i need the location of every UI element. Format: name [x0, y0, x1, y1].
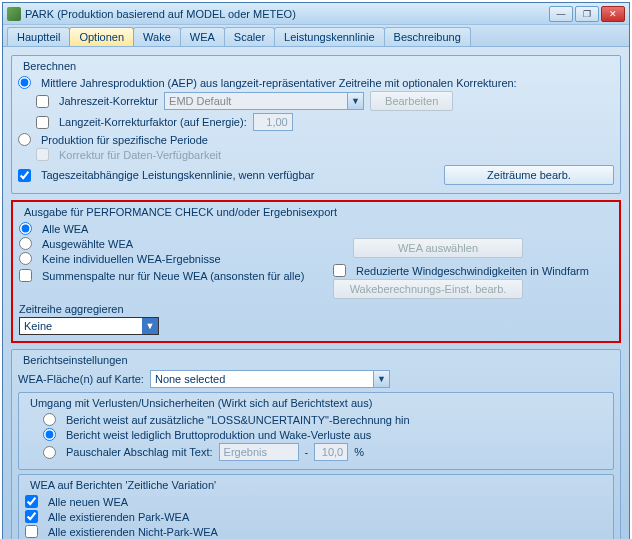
- select-jahreszeit[interactable]: EMD Default ▼: [164, 92, 364, 110]
- legend-berechnen: Berechnen: [20, 60, 79, 72]
- tab-beschreibung[interactable]: Beschreibung: [384, 27, 471, 46]
- button-wea-auswaehlen[interactable]: WEA auswählen: [353, 238, 523, 258]
- minimize-button[interactable]: —: [549, 6, 573, 22]
- group-berichtseinstellungen: Berichtseinstellungen WEA-Fläche(n) auf …: [11, 349, 621, 539]
- label-ausgewaehlte-wea: Ausgewählte WEA: [42, 238, 133, 250]
- label-neue-wea: Alle neuen WEA: [48, 496, 128, 508]
- legend-ausgabe: Ausgabe für PERFORMANCE CHECK und/oder E…: [21, 206, 340, 218]
- app-icon: [7, 7, 21, 21]
- tab-scaler[interactable]: Scaler: [224, 27, 275, 46]
- label-langzeit: Langzeit-Korrekturfaktor (auf Energie):: [59, 116, 247, 128]
- app-window: PARK (Produktion basierend auf MODEL ode…: [2, 2, 630, 539]
- content-area: Berechnen Mittlere Jahresproduktion (AEP…: [3, 47, 629, 539]
- label-alle-wea: Alle WEA: [42, 223, 88, 235]
- label-percent: %: [354, 446, 364, 458]
- tab-optionen[interactable]: Optionen: [69, 27, 134, 46]
- label-loss-uncertainty: Bericht weist auf zusätzliche "LOSS&UNCE…: [66, 414, 410, 426]
- label-brutto-wake: Bericht weist lediglich Bruttoproduktion…: [66, 429, 371, 441]
- label-dash: -: [305, 446, 309, 458]
- check-reduzierte-wind[interactable]: [333, 264, 346, 277]
- close-button[interactable]: ✕: [601, 6, 625, 22]
- radio-aep[interactable]: [18, 76, 31, 89]
- label-jahreszeit: Jahreszeit-Korrektur: [59, 95, 158, 107]
- radio-ausgewaehlte-wea[interactable]: [19, 237, 32, 250]
- label-keine-wea: Keine individuellen WEA-Ergebnisse: [42, 253, 221, 265]
- input-langzeit-faktor[interactable]: 1,00: [253, 113, 293, 131]
- label-spezifische-periode: Produktion für spezifische Periode: [41, 134, 208, 146]
- radio-pauschal[interactable]: [43, 446, 56, 459]
- tab-wea[interactable]: WEA: [180, 27, 225, 46]
- tab-wake[interactable]: Wake: [133, 27, 181, 46]
- tab-leistungskennlinie[interactable]: Leistungskennlinie: [274, 27, 385, 46]
- label-exist-park-wea: Alle existierenden Park-WEA: [48, 511, 189, 523]
- radio-alle-wea[interactable]: [19, 222, 32, 235]
- legend-bericht: Berichtseinstellungen: [20, 354, 131, 366]
- chevron-down-icon: ▼: [347, 93, 363, 109]
- check-langzeit[interactable]: [36, 116, 49, 129]
- check-jahreszeit[interactable]: [36, 95, 49, 108]
- input-pauschal-prozent[interactable]: 10,0: [314, 443, 348, 461]
- input-pauschal-prozent-value: 10,0: [322, 446, 343, 458]
- select-zeitreihe-agg[interactable]: Keine ▼: [19, 317, 159, 335]
- label-reduzierte-wind: Reduzierte Windgeschwindigkeiten in Wind…: [356, 265, 589, 277]
- button-bearbeiten-jahreszeit[interactable]: Bearbeiten: [370, 91, 453, 111]
- legend-verluste: Umgang mit Verlusten/Unsicherheiten (Wir…: [27, 397, 375, 409]
- legend-zeitvar: WEA auf Berichten 'Zeitliche Variation': [27, 479, 219, 491]
- input-langzeit-value: 1,00: [266, 116, 287, 128]
- check-tageszeit-kennlinie[interactable]: [18, 169, 31, 182]
- label-wea-flaeche: WEA-Fläche(n) auf Karte:: [18, 373, 144, 385]
- window-buttons: — ❐ ✕: [549, 6, 625, 22]
- group-zeitliche-variation: WEA auf Berichten 'Zeitliche Variation' …: [18, 474, 614, 539]
- select-jahreszeit-value: EMD Default: [169, 95, 231, 107]
- check-verfuegbarkeit: [36, 148, 49, 161]
- maximize-button[interactable]: ❐: [575, 6, 599, 22]
- label-aep: Mittlere Jahresproduktion (AEP) aus lang…: [41, 77, 517, 89]
- input-pauschal-text-value: Ergebnis: [224, 446, 267, 458]
- radio-spezifische-periode[interactable]: [18, 133, 31, 146]
- titlebar: PARK (Produktion basierend auf MODEL ode…: [3, 3, 629, 25]
- label-verfuegbarkeit: Korrektur für Daten-Verfügbarkeit: [59, 149, 221, 161]
- chevron-down-icon: ▼: [142, 318, 158, 334]
- button-zeitraeume-bearb[interactable]: Zeiträume bearb.: [444, 165, 614, 185]
- check-neue-wea[interactable]: [25, 495, 38, 508]
- label-summenspalte: Summenspalte nur für Neue WEA (ansonsten…: [42, 270, 304, 282]
- group-verluste: Umgang mit Verlusten/Unsicherheiten (Wir…: [18, 392, 614, 470]
- check-exist-park-wea[interactable]: [25, 510, 38, 523]
- group-berechnen: Berechnen Mittlere Jahresproduktion (AEP…: [11, 55, 621, 194]
- check-summenspalte[interactable]: [19, 269, 32, 282]
- select-wea-flaeche-value: None selected: [155, 373, 225, 385]
- tab-bar: Hauptteil Optionen Wake WEA Scaler Leist…: [3, 25, 629, 47]
- chevron-down-icon: ▼: [373, 371, 389, 387]
- group-ausgabe: Ausgabe für PERFORMANCE CHECK und/oder E…: [11, 200, 621, 343]
- label-zeitreihe-agg: Zeitreihe aggregieren: [19, 303, 613, 315]
- button-wake-einst[interactable]: Wakeberechnungs-Einst. bearb.: [333, 279, 523, 299]
- radio-keine-wea[interactable]: [19, 252, 32, 265]
- check-exist-nichtpark-wea[interactable]: [25, 525, 38, 538]
- label-exist-nichtpark-wea: Alle existierenden Nicht-Park-WEA: [48, 526, 218, 538]
- window-title: PARK (Produktion basierend auf MODEL ode…: [25, 8, 549, 20]
- tab-hauptteil[interactable]: Hauptteil: [7, 27, 70, 46]
- radio-brutto-wake[interactable]: [43, 428, 56, 441]
- radio-loss-uncertainty[interactable]: [43, 413, 56, 426]
- input-pauschal-text[interactable]: Ergebnis: [219, 443, 299, 461]
- select-wea-flaeche[interactable]: None selected ▼: [150, 370, 390, 388]
- label-pauschal: Pauschaler Abschlag mit Text:: [66, 446, 213, 458]
- label-tageszeit-kennlinie: Tageszeitabhängige Leistungskennlinie, w…: [41, 169, 314, 181]
- select-zeitreihe-value: Keine: [24, 320, 52, 332]
